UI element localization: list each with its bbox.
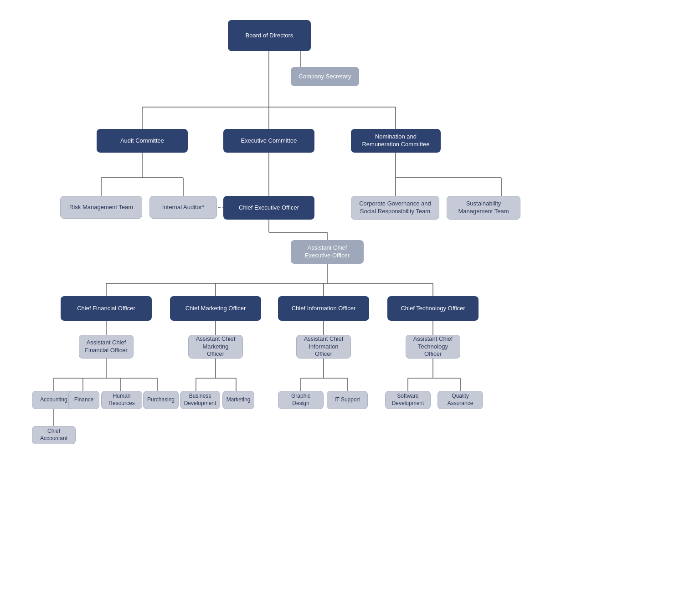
- sustainability-team: Sustainability Management Team: [447, 196, 520, 220]
- cio: Chief Information Officer: [278, 296, 369, 321]
- asst-cto: Assistant Chief Technology Officer: [406, 335, 460, 359]
- nomination-committee: Nomination and Remuneration Committee: [351, 129, 441, 153]
- risk-management-team: Risk Management Team: [60, 196, 142, 219]
- chief-accountant: Chief Accountant: [32, 426, 76, 444]
- asst-cfo: Assistant Chief Financial Officer: [79, 335, 134, 359]
- audit-committee: Audit Committee: [97, 129, 188, 153]
- company-secretary: Company Secretary: [291, 67, 359, 86]
- cfo: Chief Financial Officer: [61, 296, 152, 321]
- quality-assurance: Quality Assurance: [438, 391, 483, 409]
- marketing: Marketing: [222, 391, 254, 409]
- internal-auditor: Internal Auditor*: [149, 196, 217, 219]
- graphic-design: Graphic Design: [278, 391, 324, 409]
- cto: Chief Technology Officer: [387, 296, 479, 321]
- it-support: IT Support: [327, 391, 368, 409]
- ceo: Chief Executive Officer: [223, 196, 314, 220]
- cmo: Chief Marketing Officer: [170, 296, 261, 321]
- finance: Finance: [68, 391, 99, 409]
- business-development: Business Development: [180, 391, 220, 409]
- asst-cmo: Assistant Chief Marketing Officer: [188, 335, 243, 359]
- board-of-directors: Board of Directors: [228, 20, 311, 51]
- asst-ceo: Assistant Chief Executive Officer: [291, 240, 364, 264]
- corp-governance-team: Corporate Governance and Social Responsi…: [351, 196, 439, 220]
- executive-committee: Executive Committee: [223, 129, 314, 153]
- org-chart: Board of Directors Company Secretary Aud…: [0, 0, 700, 600]
- software-development: Software Development: [385, 391, 431, 409]
- human-resources: Human Resources: [101, 391, 142, 409]
- asst-cio: Assistant Chief Information Officer: [296, 335, 351, 359]
- purchasing: Purchasing: [143, 391, 179, 409]
